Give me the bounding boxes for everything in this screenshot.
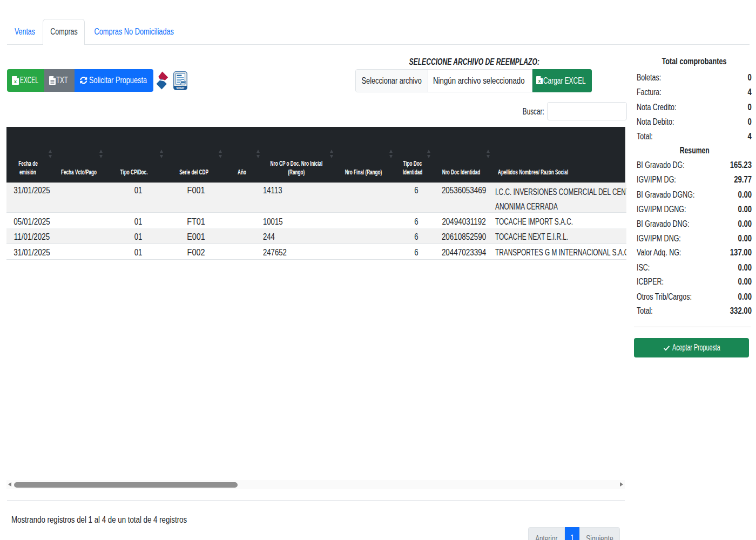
svg-text:x: x: [538, 78, 541, 84]
svg-text:x: x: [14, 79, 17, 84]
svg-text:SUNAT: SUNAT: [176, 87, 184, 90]
